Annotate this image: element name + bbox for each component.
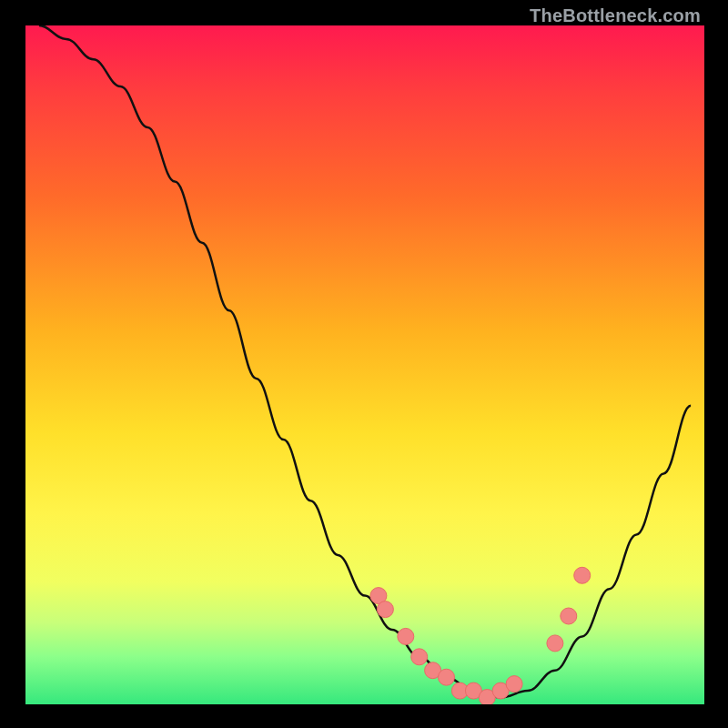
chart-dot	[547, 635, 563, 652]
chart-dot	[439, 669, 455, 685]
chart-dot	[561, 608, 577, 624]
chart-dot	[574, 567, 591, 583]
chart-dot	[377, 602, 393, 618]
chart-dot	[398, 628, 414, 644]
attribution-label: TheBottleneck.com	[530, 5, 701, 26]
chart-curve	[39, 25, 691, 698]
chart-dots-group	[370, 567, 591, 704]
chart-frame: TheBottleneck.com	[0, 0, 728, 728]
chart-dot	[506, 676, 522, 693]
chart-svg	[25, 25, 704, 704]
chart-dot	[411, 649, 428, 665]
chart-plot-area	[25, 25, 704, 704]
